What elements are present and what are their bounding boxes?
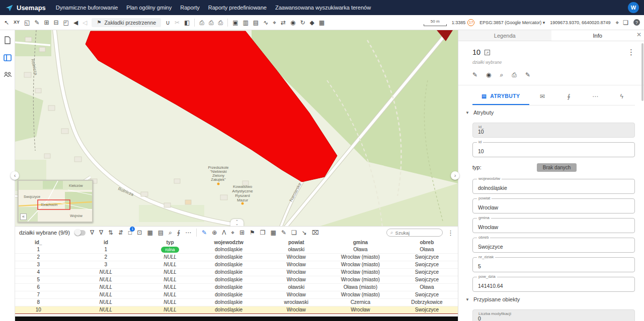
table-row[interactable]: 4NULLNULLdolnośląskieWrocławWrocław (mia…	[15, 268, 458, 276]
feature-kebab-menu[interactable]: ⋮	[627, 48, 635, 57]
attachment-icon[interactable]: ∮	[177, 230, 180, 236]
cut-icon[interactable]: ✂	[175, 20, 180, 26]
edit-attributes-icon[interactable]: ✎	[281, 230, 286, 236]
cell-wojewodztw[interactable]: dolnośląskie	[190, 291, 268, 298]
extent-icon[interactable]: ◰	[63, 20, 69, 26]
column-header-id_[interactable]: id_	[15, 239, 61, 246]
column-header-typ[interactable]: typ	[150, 239, 190, 246]
table-row[interactable]: 33NULLdolnośląskieWrocławWrocław (miasto…	[15, 261, 458, 268]
delete-icon[interactable]: ⌧	[312, 230, 319, 236]
bottom-scroll-strip[interactable]	[15, 316, 458, 321]
history-forward-icon[interactable]: ◁	[83, 20, 87, 26]
comments-icon[interactable]: ✉	[529, 93, 556, 99]
draw-icon[interactable]: ✎	[34, 20, 39, 26]
cell-gmina[interactable]: Wrocław (miasto)	[325, 261, 396, 268]
table-filter-toggle[interactable]	[74, 230, 86, 236]
cell-wojewodztw[interactable]: dolnośląskie	[190, 298, 268, 306]
filled-box-icon[interactable]: ⊟	[54, 20, 59, 26]
panel-scrollbar[interactable]	[641, 43, 643, 101]
brak-danych-button[interactable]: Brak danych	[537, 163, 577, 172]
cell-typ[interactable]: NULL	[150, 306, 190, 313]
cell-gmina[interactable]: Wrocław (miasto)	[325, 276, 396, 283]
select-tool-icon[interactable]: ↖	[4, 20, 9, 26]
add-table-icon[interactable]: ▤	[253, 20, 259, 26]
map-canvas[interactable]: Rolnicza Rolnicza Narciarska Kowalstwo A…	[15, 30, 458, 226]
cell-obreb[interactable]: Oława	[396, 283, 458, 291]
cell-typ[interactable]: rolna	[150, 246, 190, 253]
selection-count-icon[interactable]: □1	[128, 230, 132, 236]
cell-gmina[interactable]: Czernica	[325, 298, 396, 306]
cell-typ[interactable]: NULL	[150, 276, 190, 283]
visibility-icon[interactable]: ◉	[486, 72, 491, 78]
history-back-icon[interactable]: ◀	[73, 20, 78, 26]
add-feature-icon[interactable]: ⊕	[212, 230, 217, 236]
cell-id_[interactable]: 10	[15, 306, 61, 313]
cell-id_[interactable]: 2	[15, 253, 61, 261]
field-input[interactable]: 10	[478, 148, 629, 155]
column-header-obreb[interactable]: obreb	[396, 239, 458, 246]
swap-icon[interactable]: ⇄	[281, 20, 286, 26]
style-icon[interactable]: ✎	[525, 72, 530, 78]
sort-icon[interactable]: ⇅	[108, 230, 113, 236]
column-header-wojewodztw[interactable]: wojewodztw	[190, 239, 268, 246]
spatial-bookmarks-select[interactable]: ⚑ Zakładki przestrzenne	[92, 18, 161, 27]
column-header-powiat[interactable]: powiat	[268, 239, 325, 246]
cell-id_[interactable]: 4	[15, 268, 61, 276]
cell-powiat[interactable]: Wrocław	[268, 268, 325, 276]
grid-icon[interactable]: ▦	[319, 20, 325, 26]
open-in-new-icon[interactable]: ⇗	[485, 50, 490, 55]
print-chart-icon[interactable]: ⎙	[218, 20, 223, 26]
attachments-icon[interactable]: ∮	[555, 93, 582, 99]
cell-powiat[interactable]: wrocławski	[268, 298, 325, 306]
table-row[interactable]: 6NULLNULLdolnośląskieoławskiOława (miast…	[15, 283, 458, 291]
cell-id[interactable]: NULL	[61, 291, 150, 298]
cell-typ[interactable]: NULL	[150, 283, 190, 291]
cell-wojewodztw[interactable]: dolnośląskie	[190, 261, 268, 268]
filter-list-icon[interactable]: ⇵	[118, 230, 123, 236]
cell-id_[interactable]: 7	[15, 291, 61, 298]
add-box-icon[interactable]: ⊞	[44, 20, 49, 26]
projection-select[interactable]: EPSG:3857 (Google Mercator) ▾	[479, 20, 545, 25]
vertex-icon[interactable]: ⌖	[231, 230, 234, 236]
cell-wojewodztw[interactable]: dolnośląskie	[190, 276, 268, 283]
cell-typ[interactable]: NULL	[150, 261, 190, 268]
scale-ratio[interactable]: 1:3385 17	[452, 19, 475, 26]
menu-item[interactable]: Plan ogólny gminy	[126, 5, 172, 11]
more-tools-icon[interactable]: ⋯	[582, 93, 609, 99]
chart-icon[interactable]: ∿	[263, 20, 268, 26]
table-collapse-handle[interactable]: ⌃ ⌄	[230, 219, 244, 226]
cell-id[interactable]: 2	[61, 253, 150, 261]
cell-obreb[interactable]: Swojczyce	[396, 268, 458, 276]
cell-powiat[interactable]: Wrocław	[268, 306, 325, 313]
documents-rail-icon[interactable]	[4, 36, 11, 45]
tab-info[interactable]: Info	[551, 30, 644, 41]
cell-id_[interactable]: 5	[15, 276, 61, 283]
section-przypisane-obiekty[interactable]: ▼ Przypisane obiekty	[465, 296, 635, 302]
print-area-icon[interactable]: ⎙	[209, 20, 214, 26]
overview-minimap[interactable]: Kiełczów Swojczyce Strachocin Wojnów «	[18, 180, 93, 223]
more-icon[interactable]: ⋯	[185, 230, 191, 236]
measure-icon[interactable]: Λ	[222, 230, 226, 236]
users-rail-icon[interactable]	[4, 71, 12, 78]
tab-atrybuty[interactable]: ▤ ATRYBUTY	[472, 87, 529, 105]
menu-item[interactable]: Raporty	[180, 5, 200, 11]
zoom-to-feature-icon[interactable]: ⌕	[500, 72, 504, 78]
cell-gmina[interactable]: Wrocław (miasto)	[325, 253, 396, 261]
cell-id[interactable]: NULL	[61, 268, 150, 276]
gps-icon[interactable]: ⌖	[273, 20, 276, 26]
cell-id_[interactable]: 3	[15, 261, 61, 268]
left-panel-expand-button[interactable]: ‹	[11, 171, 19, 180]
cell-obreb[interactable]: Swojczyce	[396, 253, 458, 261]
cell-typ[interactable]: NULL	[150, 298, 190, 306]
minimap-collapse-button[interactable]: «	[20, 213, 27, 220]
cell-gmina[interactable]: Oława (miasto)	[325, 283, 396, 291]
add-layer-icon[interactable]: ▥	[243, 20, 248, 26]
field-input[interactable]: 0	[478, 315, 629, 321]
xy-tool-icon[interactable]: XY	[14, 20, 20, 25]
right-panel-collapse-button[interactable]: ›	[451, 171, 459, 180]
cell-gmina[interactable]: Oława	[325, 246, 396, 253]
table-row[interactable]: 8NULLNULLdolnośląskiewrocławskiCzernicaD…	[15, 298, 458, 306]
cell-powiat[interactable]: Wrocław	[268, 276, 325, 283]
cell-id_[interactable]: 1	[15, 246, 61, 253]
field-input[interactable]: dolnośląskie	[478, 185, 629, 192]
